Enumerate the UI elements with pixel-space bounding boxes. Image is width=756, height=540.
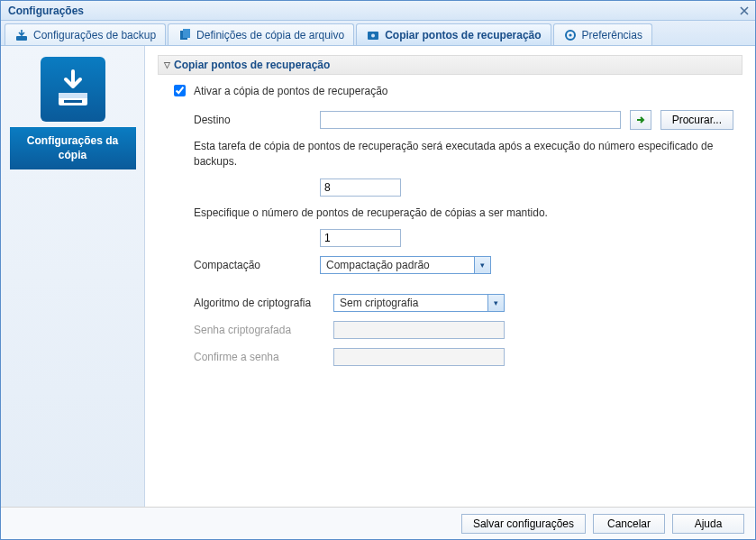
svg-point-6 (569, 33, 571, 36)
confirm-password-label: Confirme a senha (194, 351, 324, 363)
password-input (333, 321, 505, 339)
disk-download-icon (14, 28, 29, 42)
enable-copy-checkbox[interactable] (174, 85, 186, 96)
crypto-algorithm-value: Sem criptografia (334, 297, 487, 309)
tab-label: Configurações de backup (33, 29, 156, 41)
files-icon (178, 28, 192, 42)
browse-button[interactable]: Procurar... (660, 110, 733, 130)
svg-point-4 (371, 33, 375, 37)
tab-label: Definições de cópia de arquivo (196, 29, 344, 41)
close-icon[interactable] (737, 4, 751, 18)
tab-preferences[interactable]: Preferências (553, 23, 652, 45)
help-button[interactable]: Ajuda (672, 514, 744, 534)
svg-rect-9 (64, 100, 82, 103)
form-area: Destino Procurar... Esta tarefa de cópia… (194, 110, 733, 366)
cancel-button[interactable]: Cancelar (593, 514, 665, 534)
tab-label: Preferências (582, 29, 642, 41)
destination-label: Destino (194, 114, 311, 126)
compression-value: Compactação padrão (321, 259, 474, 271)
task-description: Esta tarefa de cópia de pontos de recupe… (194, 139, 733, 169)
titlebar: Configurações (1, 1, 755, 21)
go-arrow-button[interactable] (630, 110, 651, 130)
confirm-password-input (333, 348, 505, 366)
gear-icon (563, 28, 578, 42)
crypto-algorithm-label: Algoritmo de criptografia (194, 297, 324, 309)
tab-copy-recovery-points[interactable]: Copiar pontos de recuperação (356, 23, 551, 45)
backup-count-input[interactable] (320, 178, 401, 197)
tab-label: Copiar pontos de recuperação (385, 29, 541, 41)
svg-rect-8 (59, 93, 87, 98)
tab-backup-settings[interactable]: Configurações de backup (5, 23, 166, 45)
section-header[interactable]: ▽ Copiar pontos de recuperação (158, 55, 742, 75)
content-panel: ▽ Copiar pontos de recuperação Ativar a … (145, 46, 755, 507)
window-body: Configurações da cópia ▽ Copiar pontos d… (1, 46, 755, 507)
chevron-down-icon: ▾ (487, 295, 504, 311)
compression-label: Compactação (194, 259, 311, 271)
svg-rect-0 (16, 36, 27, 41)
tab-file-copy-settings[interactable]: Definições de cópia de arquivo (168, 23, 354, 45)
window-title: Configurações (8, 5, 84, 17)
svg-rect-2 (183, 29, 190, 38)
sidebar: Configurações da cópia (1, 46, 145, 507)
keep-description: Especifique o número de pontos de recupe… (194, 206, 733, 221)
crypto-algorithm-select[interactable]: Sem criptografia ▾ (333, 294, 505, 312)
recovery-point-icon (366, 28, 380, 42)
destination-input[interactable] (320, 111, 621, 129)
settings-window: Configurações Configurações de backup De… (0, 0, 756, 540)
footer: Salvar configurações Cancelar Ajuda (1, 507, 755, 539)
compression-select[interactable]: Compactação padrão ▾ (320, 256, 491, 274)
tab-bar: Configurações de backup Definições de có… (1, 21, 755, 46)
keep-count-input[interactable] (320, 229, 401, 247)
save-button[interactable]: Salvar configurações (461, 514, 586, 534)
enable-copy-label: Ativar a cópia de pontos de recuperação (194, 85, 387, 97)
password-label: Senha criptografada (194, 324, 324, 336)
copy-settings-icon (41, 57, 105, 122)
sidebar-item-copy-settings[interactable]: Configurações da cópia (10, 127, 136, 169)
section-title: Copiar pontos de recuperação (174, 59, 330, 71)
chevron-down-icon: ▽ (164, 60, 170, 69)
chevron-down-icon: ▾ (474, 257, 490, 273)
